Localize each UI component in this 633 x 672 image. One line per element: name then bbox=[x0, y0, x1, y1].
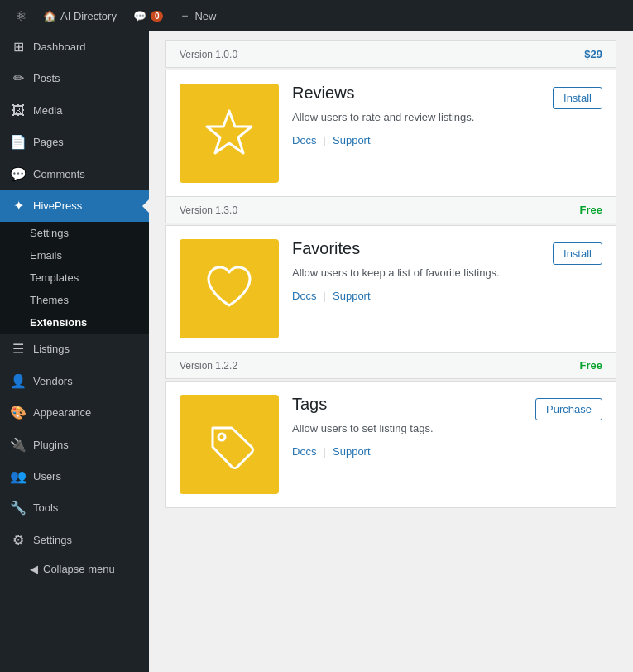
sidebar-label-listings: Listings bbox=[33, 342, 70, 357]
sidebar-label-users: Users bbox=[33, 469, 61, 484]
comments-count: 0 bbox=[151, 11, 164, 22]
reviews-docs-link[interactable]: Docs bbox=[292, 134, 317, 146]
sidebar-item-pages[interactable]: 📄 Pages bbox=[0, 127, 149, 158]
media-icon: 🖼 bbox=[10, 102, 26, 120]
tags-action: Purchase bbox=[535, 395, 602, 420]
sidebar-item-media[interactable]: 🖼 Media bbox=[0, 95, 149, 127]
settings-icon: ⚙ bbox=[10, 531, 26, 550]
collapse-menu-button[interactable]: ◀ Collapse menu bbox=[0, 556, 149, 582]
comments-nav-icon: 💬 bbox=[10, 166, 26, 184]
svg-point-1 bbox=[218, 434, 225, 440]
favorites-docs-link[interactable]: Docs bbox=[292, 290, 317, 302]
sidebar-label-dashboard: Dashboard bbox=[33, 40, 86, 55]
collapse-icon: ◀ bbox=[30, 563, 38, 575]
tags-info: Tags Allow users to set listing tags. Do… bbox=[292, 395, 522, 458]
dashboard-icon: ⊞ bbox=[10, 38, 26, 56]
sidebar-item-plugins[interactable]: 🔌 Plugins bbox=[0, 430, 149, 461]
sidebar-item-posts[interactable]: ✏ Posts bbox=[0, 63, 149, 94]
hivepress-submenu: Settings Emails Templates Themes Extensi… bbox=[0, 222, 149, 334]
sidebar-label-media: Media bbox=[33, 103, 62, 118]
sidebar-label-settings: Settings bbox=[33, 533, 72, 548]
partial-price: $29 bbox=[584, 48, 602, 60]
comments-icon: 💬 bbox=[133, 10, 146, 22]
reviews-support-link[interactable]: Support bbox=[333, 134, 371, 146]
tags-docs-link[interactable]: Docs bbox=[292, 445, 317, 458]
favorites-icon-box bbox=[180, 239, 279, 338]
tags-icon-box bbox=[180, 395, 279, 494]
sidebar-label-pages: Pages bbox=[33, 135, 64, 150]
new-content-link[interactable]: ＋ New bbox=[171, 0, 224, 31]
site-name-link[interactable]: 🏠 AI Directory bbox=[35, 0, 125, 31]
sidebar-item-hivepress[interactable]: ✦ HivePress bbox=[0, 190, 149, 222]
favorites-action: Install bbox=[553, 239, 602, 265]
site-name-label: AI Directory bbox=[60, 10, 117, 22]
plugins-icon: 🔌 bbox=[10, 436, 26, 454]
new-label: New bbox=[194, 10, 216, 22]
reviews-desc: Allow users to rate and review listings. bbox=[292, 109, 539, 126]
sidebar-item-appearance[interactable]: 🎨 Appearance bbox=[0, 397, 149, 429]
extension-card-tags: Tags Allow users to set listing tags. Do… bbox=[165, 381, 616, 508]
tools-icon: 🔧 bbox=[10, 499, 26, 517]
extension-body-favorites: Favorites Allow users to keep a list of … bbox=[166, 226, 616, 352]
main-content: Version 1.0.0 $29 Reviews Allow users to… bbox=[149, 31, 633, 672]
sidebar-item-listings[interactable]: ☰ Listings bbox=[0, 334, 149, 365]
tag-icon bbox=[200, 415, 258, 473]
reviews-footer: Version 1.3.0 Free bbox=[166, 196, 616, 223]
listings-icon: ☰ bbox=[10, 340, 26, 358]
sidebar-item-tools[interactable]: 🔧 Tools bbox=[0, 492, 149, 524]
home-icon: 🏠 bbox=[43, 10, 56, 22]
collapse-label: Collapse menu bbox=[43, 563, 115, 575]
vendors-icon: 👤 bbox=[10, 372, 26, 391]
posts-icon: ✏ bbox=[10, 70, 26, 88]
sidebar-item-comments[interactable]: 💬 Comments bbox=[0, 159, 149, 190]
reviews-action: Install bbox=[553, 84, 602, 109]
reviews-links: Docs | Support bbox=[292, 134, 539, 146]
tags-links: Docs | Support bbox=[292, 445, 522, 458]
star-icon bbox=[200, 104, 258, 162]
sidebar-label-plugins: Plugins bbox=[33, 438, 69, 453]
reviews-title: Reviews bbox=[292, 84, 539, 103]
sidebar-label-hivepress: HivePress bbox=[33, 199, 82, 214]
favorites-support-link[interactable]: Support bbox=[333, 290, 371, 302]
tags-support-link[interactable]: Support bbox=[333, 445, 371, 458]
sidebar-item-users[interactable]: 👥 Users bbox=[0, 461, 149, 492]
heart-icon bbox=[200, 260, 258, 318]
submenu-extensions[interactable]: Extensions bbox=[0, 311, 149, 334]
reviews-version: Version 1.3.0 bbox=[180, 204, 237, 216]
extension-body-reviews: Reviews Allow users to rate and review l… bbox=[166, 70, 616, 196]
admin-bar: ⚛ 🏠 AI Directory 💬 0 ＋ New bbox=[0, 0, 633, 31]
extensions-list: Version 1.0.0 $29 Reviews Allow users to… bbox=[149, 31, 633, 526]
sidebar-item-dashboard[interactable]: ⊞ Dashboard bbox=[0, 31, 149, 63]
favorites-title: Favorites bbox=[292, 239, 539, 258]
pages-icon: 📄 bbox=[10, 133, 26, 151]
partial-version: Version 1.0.0 bbox=[180, 49, 237, 60]
submenu-templates[interactable]: Templates bbox=[0, 266, 149, 289]
tags-purchase-button[interactable]: Purchase bbox=[535, 398, 602, 420]
partial-extension-card: Version 1.0.0 $29 bbox=[165, 40, 616, 68]
sidebar-label-comments: Comments bbox=[33, 167, 85, 182]
extension-body-tags: Tags Allow users to set listing tags. Do… bbox=[166, 382, 616, 507]
wp-icon: ⚛ bbox=[15, 8, 26, 24]
hivepress-icon: ✦ bbox=[10, 197, 26, 215]
tags-title: Tags bbox=[292, 395, 522, 414]
tags-desc: Allow users to set listing tags. bbox=[292, 420, 522, 437]
sidebar-item-settings[interactable]: ⚙ Settings bbox=[0, 525, 149, 556]
tags-separator: | bbox=[324, 445, 326, 458]
sidebar: ⊞ Dashboard ✏ Posts 🖼 Media 📄 Pages 💬 Co… bbox=[0, 31, 149, 672]
reviews-separator: | bbox=[324, 134, 326, 146]
submenu-settings[interactable]: Settings bbox=[0, 222, 149, 244]
favorites-install-button[interactable]: Install bbox=[553, 242, 602, 265]
plus-icon: ＋ bbox=[180, 8, 190, 23]
sidebar-item-vendors[interactable]: 👤 Vendors bbox=[0, 366, 149, 397]
comments-link[interactable]: 💬 0 bbox=[125, 0, 172, 31]
submenu-themes[interactable]: Themes bbox=[0, 289, 149, 311]
extension-card-reviews: Reviews Allow users to rate and review l… bbox=[165, 70, 616, 223]
favorites-separator: | bbox=[324, 290, 326, 302]
reviews-info: Reviews Allow users to rate and review l… bbox=[292, 84, 539, 146]
submenu-emails[interactable]: Emails bbox=[0, 244, 149, 266]
wp-logo[interactable]: ⚛ bbox=[7, 0, 35, 31]
favorites-price: Free bbox=[580, 359, 602, 372]
reviews-install-button[interactable]: Install bbox=[553, 87, 602, 109]
partial-extension-footer: Version 1.0.0 $29 bbox=[166, 41, 616, 67]
reviews-price: Free bbox=[580, 204, 602, 216]
